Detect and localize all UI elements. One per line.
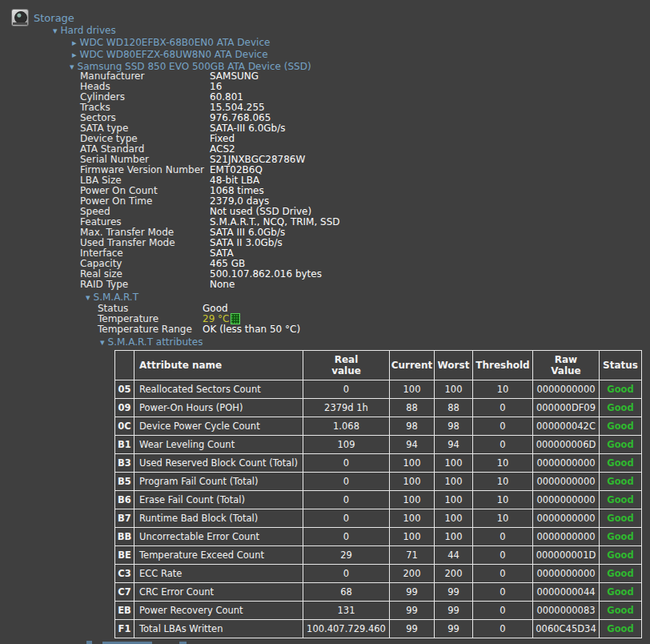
tree-node-smart[interactable]: ▾S.M.A.R.T <box>86 292 138 303</box>
smart-cell-status: Good <box>600 602 642 620</box>
smart-cell-threshold: 10 <box>473 380 533 399</box>
tree-node-label: S.M.A.R.T <box>94 292 138 303</box>
smart-cell-raw: 0000000044 <box>533 583 600 602</box>
smart-cell-worst: 44 <box>435 546 473 565</box>
smart-cell-id: B1 <box>115 436 134 454</box>
property-row: Firmware Version NumberEMT02B6Q <box>80 165 560 175</box>
smart-cell-current: 100 <box>390 528 435 546</box>
smart-cell-real: 131 <box>303 602 390 620</box>
smart-cell-raw: 000000006D <box>533 436 600 454</box>
smart-cell-real: 0 <box>303 473 390 491</box>
property-value: SATA-III 6.0Gb/s <box>210 123 560 134</box>
smart-cell-name: Total LBAs Written <box>134 620 303 638</box>
smart-cell-status: Good <box>600 620 642 638</box>
property-value: 500.107.862.016 bytes <box>210 269 560 280</box>
smart-cell-id: C3 <box>115 565 134 583</box>
smart-cell-status: Good <box>600 380 642 399</box>
smart-cell-worst: 200 <box>435 565 473 583</box>
property-value: SATA II 3.0Gb/s <box>210 238 560 248</box>
property-row: Power On Time2379,0 days <box>80 196 560 207</box>
chevron-down-icon: ▾ <box>86 292 90 303</box>
smart-attribute-row: B5Program Fail Count (Total)010010010000… <box>115 473 642 491</box>
smart-cell-name: Device Power Cycle Count <box>134 417 303 436</box>
smart-cell-name: Power Recovery Count <box>134 602 303 620</box>
smart-cell-id: B5 <box>115 473 134 491</box>
smart-cell-worst: 100 <box>435 509 473 528</box>
temperature-graph-icon <box>231 313 240 324</box>
property-row: Real size500.107.862.016 bytes <box>80 269 560 280</box>
smart-cell-status: Good <box>600 528 642 546</box>
smart-cell-threshold: 10 <box>473 509 533 528</box>
smart-cell-worst: 99 <box>435 620 473 638</box>
smart-cell-real: 68 <box>303 583 390 602</box>
smart-cell-current: 100 <box>390 491 435 509</box>
property-row: Power On Count1068 times <box>80 186 560 196</box>
smart-cell-status: Good <box>600 491 642 509</box>
smart-cell-name: Used Reserved Block Count (Total) <box>134 454 303 473</box>
smart-cell-threshold: 10 <box>473 473 533 491</box>
smart-attribute-row: 09Power-On Hours (POH)2379d 1h8888000000… <box>115 399 642 417</box>
smart-cell-raw: 000000DF09 <box>533 399 600 417</box>
property-row: Heads16 <box>80 82 560 92</box>
smart-cell-threshold: 0 <box>473 565 533 583</box>
tree-node-smart-attributes[interactable]: ▾S.M.A.R.T attributes <box>100 336 203 348</box>
tree-node-drive-wdc-wd120efbx[interactable]: ▸WDC WD120EFBX-68B0EN0 ATA Device <box>72 37 270 48</box>
smart-cell-status: Good <box>600 583 642 602</box>
smart-cell-raw: 0000000000 <box>533 509 600 528</box>
property-row: ManufacturerSAMSUNG <box>80 71 560 82</box>
property-row: Device typeFixed <box>80 134 560 144</box>
clipped-tree-item <box>86 640 199 644</box>
smart-cell-id: EB <box>115 602 134 620</box>
smart-cell-status: Good <box>600 399 642 417</box>
smart-cell-status: Good <box>600 417 642 436</box>
smart-cell-real: 2379d 1h <box>303 399 390 417</box>
smart-cell-id: 05 <box>115 380 134 399</box>
smart-cell-current: 88 <box>390 399 435 417</box>
smart-attribute-row: B3Used Reserved Block Count (Total)01001… <box>115 454 642 473</box>
smart-temperature-range-value: OK (less than 50 °C) <box>203 324 530 335</box>
tree-node-hard-drives[interactable]: ▾Hard drives <box>53 25 116 36</box>
chevron-right-icon: ▸ <box>72 38 77 48</box>
smart-cell-threshold: 10 <box>473 491 533 509</box>
tree-node-storage[interactable]: Storage <box>34 12 74 24</box>
smart-cell-threshold: 0 <box>473 417 533 436</box>
smart-cell-status: Good <box>600 454 642 473</box>
smart-cell-threshold: 0 <box>473 399 533 417</box>
smart-attribute-row: 0CDevice Power Cycle Count1.068989800000… <box>115 417 642 436</box>
smart-cell-worst: 98 <box>435 417 473 436</box>
smart-cell-real: 0 <box>303 491 390 509</box>
smart-cell-threshold: 0 <box>473 620 533 638</box>
smart-attributes-table: Attribute name Real value Current Worst … <box>114 350 642 638</box>
header-attribute-name: Attribute name <box>134 351 303 380</box>
smart-cell-current: 99 <box>390 620 435 638</box>
smart-cell-current: 99 <box>390 583 435 602</box>
smart-cell-id: C7 <box>115 583 134 602</box>
smart-cell-name: Erase Fail Count (Total) <box>134 491 303 509</box>
smart-cell-real: 0 <box>303 380 390 399</box>
property-row: Cylinders60.801 <box>80 92 560 103</box>
smart-cell-name: Uncorrectable Error Count <box>134 528 303 546</box>
header-real-value: Real value <box>303 351 390 380</box>
smart-attribute-row: B1Wear Leveling Count10994940000000006DG… <box>115 436 642 454</box>
property-row: SATA typeSATA-III 6.0Gb/s <box>80 123 560 134</box>
smart-cell-current: 71 <box>390 546 435 565</box>
header-current: Current <box>390 351 435 380</box>
tree-node-drive-wdc-wd80efzx[interactable]: ▸WDC WD80EFZX-68UW8N0 ATA Device <box>72 49 268 60</box>
smart-attribute-row: C3ECC Rate020020000000000000Good <box>115 565 642 583</box>
smart-cell-real: 109 <box>303 436 390 454</box>
smart-cell-id: 09 <box>115 399 134 417</box>
smart-cell-name: Temperature Exceed Count <box>134 546 303 565</box>
header-attribute-id <box>115 351 134 380</box>
smart-cell-current: 94 <box>390 436 435 454</box>
smart-cell-real: 29 <box>303 546 390 565</box>
smart-attribute-row: C7CRC Error Count68999900000000044Good <box>115 583 642 602</box>
smart-attribute-row: EBPower Recovery Count131999900000000083… <box>115 602 642 620</box>
chevron-right-icon: ▸ <box>72 50 77 60</box>
smart-cell-worst: 100 <box>435 528 473 546</box>
chevron-down-icon: ▾ <box>100 337 105 348</box>
smart-cell-raw: 0000000000 <box>533 380 600 399</box>
smart-cell-current: 100 <box>390 380 435 399</box>
smart-cell-current: 100 <box>390 509 435 528</box>
smart-cell-name: Reallocated Sectors Count <box>134 380 303 399</box>
smart-cell-name: CRC Error Count <box>134 583 303 602</box>
